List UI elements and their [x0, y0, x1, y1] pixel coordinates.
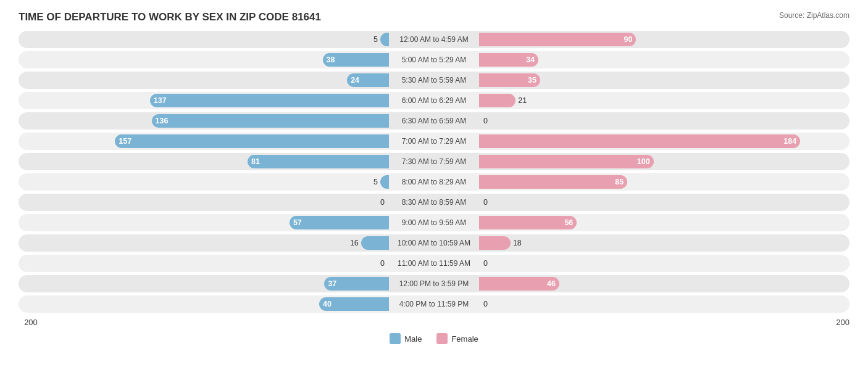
source-label: Source: ZipAtlas.com	[779, 11, 849, 20]
bar-row: 6:00 AM to 6:29 AM13721	[19, 92, 849, 109]
male-value: 40	[323, 300, 332, 308]
legend-female: Female	[436, 333, 478, 344]
female-value: 100	[637, 157, 650, 166]
female-value: 46	[547, 279, 556, 288]
female-bar: 90	[479, 33, 636, 46]
time-label: 11:00 AM to 11:59 AM	[390, 259, 479, 268]
legend-male-box	[390, 333, 401, 344]
male-bar: 5	[380, 175, 389, 189]
male-bar: 137	[150, 94, 389, 107]
time-label: 4:00 PM to 11:59 PM	[390, 300, 479, 308]
bar-row: 7:00 AM to 7:29 AM157184	[19, 133, 849, 150]
female-value-zero: 0	[483, 300, 488, 308]
time-label: 7:00 AM to 7:29 AM	[390, 137, 479, 146]
male-value: 37	[328, 279, 336, 288]
bar-row: 11:00 AM to 11:59 AM00	[19, 255, 849, 272]
time-label: 8:30 AM to 8:59 AM	[390, 198, 479, 207]
time-label: 9:00 AM to 9:59 AM	[390, 218, 479, 227]
female-value: 90	[624, 35, 632, 44]
bar-row: 5:30 AM to 5:59 AM2435	[19, 72, 849, 89]
bar-row: 8:00 AM to 8:29 AM585	[19, 173, 849, 191]
legend-female-label: Female	[451, 334, 478, 344]
male-value: 38	[327, 56, 335, 64]
male-bar: 57	[290, 216, 389, 229]
female-bar: 34	[479, 53, 538, 67]
female-value: 21	[518, 96, 527, 105]
male-bar: 40	[319, 297, 389, 311]
male-value: 157	[119, 137, 131, 146]
female-bar: 35	[479, 73, 540, 87]
male-value: 57	[293, 218, 302, 227]
male-bar: 24	[347, 73, 389, 87]
female-bar: 100	[479, 155, 654, 168]
male-value: 5	[373, 178, 378, 186]
time-label: 6:00 AM to 6:29 AM	[390, 96, 479, 105]
male-value: 136	[156, 117, 169, 125]
male-bar: 81	[248, 155, 389, 168]
female-bar: 56	[479, 216, 577, 229]
female-value-zero: 0	[483, 259, 488, 268]
time-label: 12:00 PM to 3:59 PM	[390, 279, 479, 288]
scale-row: 200 200	[19, 318, 849, 327]
female-value: 18	[513, 239, 522, 247]
legend-female-box	[436, 333, 448, 344]
legend: Male Female	[19, 333, 849, 344]
time-label: 7:30 AM to 7:59 AM	[390, 157, 479, 166]
chart-container: TIME OF DEPARTURE TO WORK BY SEX IN ZIP …	[0, 0, 868, 367]
male-value: 81	[251, 157, 260, 166]
scale-left: 200	[19, 318, 43, 327]
male-bar: 37	[324, 277, 389, 291]
male-value: 137	[154, 96, 167, 105]
chart-title: TIME OF DEPARTURE TO WORK BY SEX IN ZIP …	[19, 11, 849, 23]
time-label: 8:00 AM to 8:29 AM	[390, 178, 479, 186]
male-bar: 157	[115, 134, 389, 148]
bar-row: 9:00 AM to 9:59 AM5756	[19, 214, 849, 231]
bar-row: 10:00 AM to 10:59 AM1618	[19, 234, 849, 252]
female-bar: 184	[479, 134, 800, 148]
male-value: 16	[350, 239, 359, 247]
female-bar: 85	[479, 175, 627, 189]
female-bar: 21	[479, 94, 515, 107]
scale-right: 200	[825, 318, 849, 327]
legend-male-label: Male	[404, 334, 422, 344]
chart-area: 12:00 AM to 4:59 AM5905:00 AM to 5:29 AM…	[19, 31, 849, 344]
male-bar: 38	[323, 53, 389, 67]
male-value-zero: 0	[380, 259, 385, 268]
male-value: 24	[351, 76, 359, 85]
time-label: 5:30 AM to 5:59 AM	[390, 76, 479, 85]
female-value: 35	[528, 76, 536, 85]
female-value: 56	[564, 218, 573, 227]
female-value: 85	[615, 178, 624, 186]
male-bar: 16	[361, 236, 389, 250]
time-label: 5:00 AM to 5:29 AM	[390, 56, 479, 64]
bar-row: 6:30 AM to 6:59 AM1360	[19, 112, 849, 130]
bar-row: 5:00 AM to 5:29 AM3834	[19, 51, 849, 68]
male-value-zero: 0	[380, 198, 385, 207]
bar-row: 7:30 AM to 7:59 AM81100	[19, 153, 849, 170]
female-bar: 18	[479, 236, 511, 250]
male-bar: 136	[152, 114, 389, 128]
time-label: 12:00 AM to 4:59 AM	[390, 35, 479, 44]
time-label: 6:30 AM to 6:59 AM	[390, 117, 479, 125]
bar-row: 8:30 AM to 8:59 AM00	[19, 194, 849, 211]
bar-row: 12:00 PM to 3:59 PM3746	[19, 275, 849, 292]
bar-row: 12:00 AM to 4:59 AM590	[19, 31, 849, 48]
female-bar: 46	[479, 277, 559, 291]
female-value-zero: 0	[483, 117, 488, 125]
legend-male: Male	[390, 333, 422, 344]
time-label: 10:00 AM to 10:59 AM	[390, 239, 479, 247]
rows-container: 12:00 AM to 4:59 AM5905:00 AM to 5:29 AM…	[19, 31, 849, 313]
female-value: 184	[783, 137, 796, 146]
male-bar: 5	[380, 33, 389, 46]
bar-row: 4:00 PM to 11:59 PM400	[19, 295, 849, 313]
female-value: 34	[526, 56, 535, 64]
female-value-zero: 0	[483, 198, 488, 207]
male-value: 5	[373, 35, 378, 44]
